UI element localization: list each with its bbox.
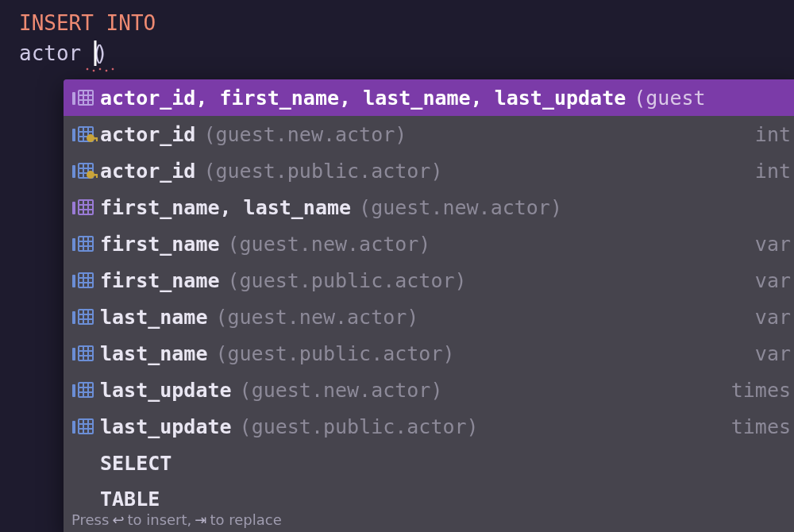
autocomplete-item-type: var <box>755 342 791 365</box>
column-key-icon <box>68 160 100 181</box>
error-squiggle <box>84 67 116 72</box>
autocomplete-item-schema: (guest.public.actor) <box>215 342 454 365</box>
hint-text: Press <box>71 511 109 528</box>
autocomplete-item[interactable]: last_update(guest.public.actor)times <box>64 408 794 445</box>
svg-rect-24 <box>72 202 75 214</box>
svg-rect-14 <box>96 137 98 141</box>
column-icon <box>68 416 100 437</box>
svg-rect-48 <box>72 348 75 360</box>
svg-rect-6 <box>72 129 75 141</box>
autocomplete-item-label: TABLE <box>100 488 160 507</box>
columns-multi-icon <box>68 197 100 218</box>
svg-rect-15 <box>72 165 75 178</box>
autocomplete-item-schema: (guest.public.actor) <box>228 269 467 292</box>
svg-rect-31 <box>79 237 93 251</box>
autocomplete-item[interactable]: actor_id, first_name, last_name, last_up… <box>64 79 794 116</box>
svg-rect-30 <box>72 238 75 251</box>
svg-rect-0 <box>72 92 75 105</box>
autocomplete-item-schema: (guest.new.actor) <box>359 196 562 219</box>
autocomplete-item[interactable]: SELECT <box>64 445 794 481</box>
autocomplete-item-label: first_name, last_name <box>100 196 351 219</box>
autocomplete-item-label: last_update <box>100 379 232 402</box>
column-icon <box>68 306 100 327</box>
svg-rect-25 <box>79 200 93 214</box>
autocomplete-item-label: first_name <box>100 269 220 292</box>
svg-rect-37 <box>79 273 93 287</box>
enter-key-icon: ↩ <box>112 511 124 528</box>
text-caret <box>94 40 97 66</box>
autocomplete-item-schema: (guest.new.actor) <box>215 306 418 329</box>
column-icon <box>68 270 100 291</box>
autocomplete-item-label: last_update <box>100 415 232 438</box>
autocomplete-item[interactable]: TABLE <box>64 481 794 507</box>
autocomplete-item-label: actor_id <box>100 123 195 146</box>
autocomplete-item-label: last_name <box>100 342 207 365</box>
autocomplete-item-schema: (guest.public.actor) <box>240 415 479 438</box>
tab-key-icon: ⇥ <box>195 511 206 528</box>
autocomplete-item[interactable]: first_name(guest.new.actor)var <box>64 226 794 262</box>
svg-rect-55 <box>79 383 93 397</box>
autocomplete-item-schema: (guest.new.actor) <box>203 123 407 146</box>
svg-rect-36 <box>72 275 75 287</box>
autocomplete-item-type: var <box>755 233 791 256</box>
svg-rect-42 <box>72 311 75 324</box>
autocomplete-item-type: times <box>731 379 791 402</box>
autocomplete-item-schema: (guest.new.actor) <box>228 233 431 256</box>
svg-rect-60 <box>72 421 75 434</box>
svg-rect-23 <box>96 174 98 178</box>
column-icon <box>68 343 100 364</box>
svg-rect-54 <box>72 384 75 397</box>
autocomplete-item-schema: (guest.public.actor) <box>203 160 442 183</box>
autocomplete-item-type: int <box>755 160 791 183</box>
columns-multi-icon <box>68 87 100 108</box>
hint-text: to replace <box>210 511 281 528</box>
column-icon <box>68 380 100 400</box>
sql-identifier-table: actor <box>19 41 81 65</box>
autocomplete-item[interactable]: actor_id(guest.new.actor)int <box>64 116 794 152</box>
autocomplete-item-type: int <box>755 123 791 146</box>
autocomplete-item-label: actor_id <box>100 160 195 183</box>
sql-editor[interactable]: INSERT INTO actor ( ) actor_id, first_na… <box>0 0 794 68</box>
autocomplete-item[interactable]: last_update(guest.new.actor)times <box>64 372 794 408</box>
sql-keyword-insert-into: INSERT INTO <box>19 11 156 35</box>
autocomplete-item[interactable]: last_name(guest.public.actor)var <box>64 335 794 372</box>
autocomplete-item-schema: (guest.new.actor) <box>240 379 443 402</box>
svg-rect-1 <box>79 91 93 105</box>
autocomplete-item-type: var <box>755 269 791 292</box>
autocomplete-item[interactable]: first_name(guest.public.actor)var <box>64 262 794 299</box>
autocomplete-item-type: var <box>755 306 791 329</box>
autocomplete-item-label: first_name <box>100 233 220 256</box>
autocomplete-item-schema: (guest <box>634 87 705 110</box>
column-icon <box>68 233 100 254</box>
autocomplete-item[interactable]: last_name(guest.new.actor)var <box>64 299 794 335</box>
autocomplete-item-label: last_name <box>100 306 207 329</box>
column-key-icon <box>68 124 100 145</box>
svg-rect-43 <box>79 310 93 324</box>
autocomplete-popup[interactable]: actor_id, first_name, last_name, last_up… <box>64 79 794 532</box>
hint-text: to insert, <box>127 511 191 528</box>
svg-rect-49 <box>79 346 93 360</box>
autocomplete-item-label: actor_id, first_name, last_name, last_up… <box>100 87 626 110</box>
svg-rect-61 <box>79 419 93 434</box>
cursor-in-parens[interactable]: ( ) <box>84 39 106 67</box>
autocomplete-hint: Press ↩ to insert, ⇥ to replace <box>64 507 794 532</box>
autocomplete-item-label: SELECT <box>100 452 172 475</box>
autocomplete-item[interactable]: first_name, last_name(guest.new.actor) <box>64 189 794 226</box>
autocomplete-item-type: times <box>731 415 791 438</box>
autocomplete-item[interactable]: actor_id(guest.public.actor)int <box>64 152 794 189</box>
